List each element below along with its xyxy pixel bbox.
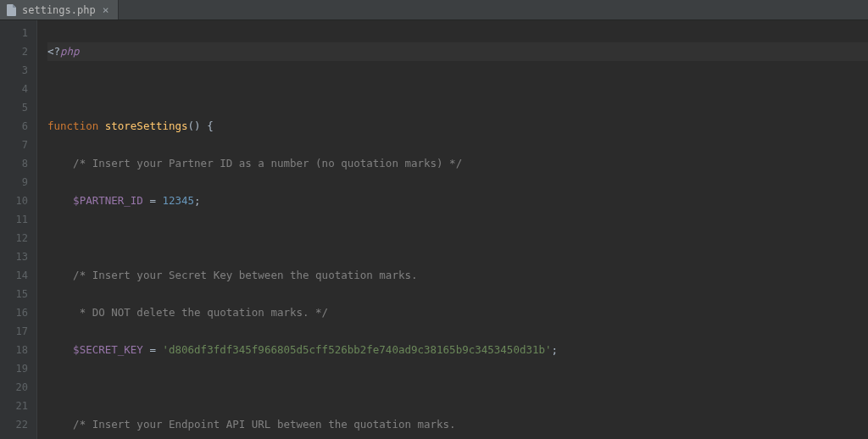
line-number: 22 [3,415,28,434]
variable: $SECRET_KEY [47,343,143,356]
code-line: $PARTNER_ID = 12345; [47,192,868,210]
comment: /* Insert your Partner ID as a number (n… [47,157,462,169]
line-number: 10 [3,192,28,210]
line-number: 8 [3,154,28,173]
line-number: 20 [3,378,28,397]
line-number: 14 [3,266,28,285]
close-icon[interactable]: × [103,3,109,16]
line-number: 7 [3,136,28,154]
punct: ; [194,194,201,207]
editor: 1 2 3 4 5 6 7 8 9 10 11 12 13 14 15 16 1… [0,20,868,439]
line-number: 12 [3,229,28,247]
line-number: 16 [3,303,28,322]
line-number: 13 [3,247,28,266]
line-number: 17 [3,322,28,341]
line-number: 4 [3,80,28,98]
line-number: 9 [3,173,28,192]
number-literal: 12345 [162,194,194,207]
code-line: /* Insert your Endpoint API URL between … [47,415,868,434]
line-number: 19 [3,359,28,378]
line-number: 18 [3,341,28,359]
code-line: <?php [47,42,868,61]
keyword-function: function [47,119,98,132]
code-line [47,80,868,98]
line-number: 3 [3,61,28,80]
tab-bar: settings.php × [0,0,868,20]
code-line: /* Insert your Partner ID as a number (n… [47,154,868,173]
line-number: 21 [3,397,28,415]
line-number: 11 [3,210,28,229]
comment: /* Insert your Secret Key between the qu… [47,269,418,281]
code-line: /* Insert your Secret Key between the qu… [47,266,868,285]
line-number: 5 [3,98,28,117]
code-line [47,378,868,397]
code-line: $SECRET_KEY = 'd806df3fdf345f966805d5cff… [47,341,868,359]
operator: = [143,194,163,207]
code-line: * DO NOT delete the quotation marks. */ [47,303,868,322]
php-file-icon [7,4,17,16]
punct: () { [188,119,214,132]
line-number: 15 [3,285,28,303]
string-literal: 'd806df3fdf345f966805d5cff526bb2fe740ad9… [162,343,551,356]
comment: * DO NOT delete the quotation marks. */ [47,306,328,319]
php-keyword: php [60,45,80,58]
line-number: 1 [3,24,28,42]
function-name: storeSettings [98,119,187,132]
code-area[interactable]: <?php function storeSettings() { /* Inse… [37,20,868,439]
variable: $PARTNER_ID [47,194,143,207]
code-line [47,229,868,247]
code-line: function storeSettings() { [47,117,868,136]
operator: = [143,343,163,356]
file-tab-settings-php[interactable]: settings.php × [0,0,119,19]
line-number: 6 [3,117,28,136]
php-open-tag: <? [47,45,60,58]
line-number-gutter: 1 2 3 4 5 6 7 8 9 10 11 12 13 14 15 16 1… [0,20,37,439]
line-number: 2 [3,42,28,61]
comment: /* Insert your Endpoint API URL between … [47,418,456,431]
file-tab-label: settings.php [22,4,96,16]
punct: ; [552,343,559,356]
